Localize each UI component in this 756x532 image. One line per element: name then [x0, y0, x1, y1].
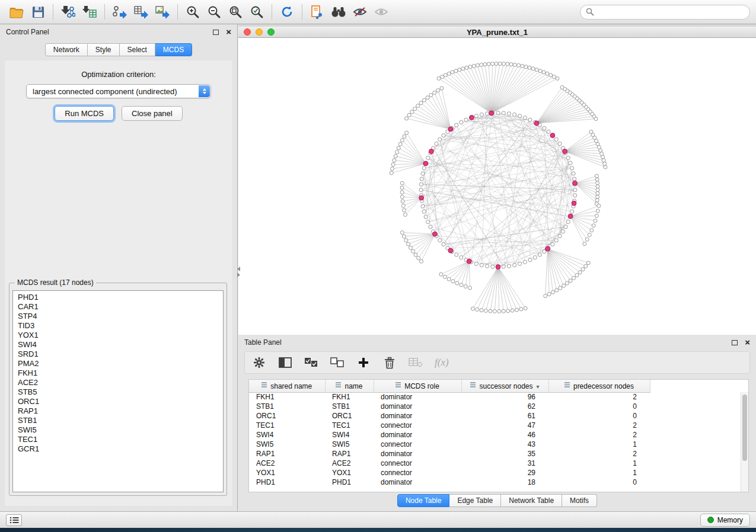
mcds-result-item[interactable]: STB1	[13, 416, 223, 425]
cell-shared-name[interactable]: PHD1	[249, 477, 325, 487]
mcds-result-item[interactable]: FKH1	[13, 368, 223, 378]
cell-shared-name[interactable]: SWI5	[249, 440, 325, 449]
zoom-selected-button[interactable]	[246, 2, 267, 21]
tab-mcds[interactable]: MCDS	[155, 43, 192, 56]
search-box[interactable]	[580, 5, 750, 20]
mcds-result-item[interactable]: ACE2	[13, 378, 223, 387]
status-menu-button[interactable]	[6, 514, 22, 526]
find-button[interactable]	[328, 2, 349, 21]
tab-node-table[interactable]: Node Table	[397, 494, 450, 507]
window-close-button[interactable]	[244, 28, 251, 36]
zoom-in-button[interactable]	[182, 2, 203, 21]
mcds-result-item[interactable]: SRD1	[13, 350, 223, 359]
cell-MCDS-role[interactable]: dominator	[374, 392, 461, 402]
float-table-panel-icon[interactable]	[732, 340, 738, 345]
mcds-result-item[interactable]: CAR1	[13, 302, 223, 312]
mcds-result-item[interactable]: SWI4	[13, 340, 223, 350]
export-network-button[interactable]	[109, 2, 130, 21]
window-minimize-button[interactable]	[256, 28, 263, 36]
export-image-button[interactable]	[152, 2, 173, 21]
open-file-button[interactable]	[6, 2, 27, 21]
table-row[interactable]: TEC1TEC1connector472	[249, 421, 650, 430]
column-header-predecessor-nodes[interactable]: predecessor nodes	[548, 380, 650, 392]
float-panel-icon[interactable]	[213, 30, 219, 35]
table-row[interactable]: SWI4SWI4dominator462	[249, 430, 650, 440]
table-scrollbar[interactable]	[741, 392, 748, 492]
export-table-button[interactable]	[130, 2, 152, 21]
mcds-result-item[interactable]: TEC1	[13, 435, 223, 444]
mcds-result-item[interactable]: GCR1	[13, 444, 223, 454]
cell-MCDS-role[interactable]: connector	[374, 421, 461, 430]
network-graph[interactable]	[238, 38, 756, 335]
mcds-result-item[interactable]: TID3	[13, 321, 223, 331]
cell-MCDS-role[interactable]: dominator	[374, 402, 461, 411]
window-zoom-button[interactable]	[267, 28, 275, 36]
cell-predecessor-nodes[interactable]: 1	[548, 468, 650, 477]
cell-name[interactable]: SWI5	[325, 440, 374, 449]
cell-successor-nodes[interactable]: 96	[461, 392, 548, 402]
table-row[interactable]: FKH1FKH1dominator962	[249, 392, 650, 402]
function-builder-button[interactable]: f(x)	[431, 354, 452, 371]
cell-MCDS-role[interactable]: connector	[374, 440, 461, 449]
mcds-result-item[interactable]: ORC1	[13, 397, 223, 406]
delete-column-button[interactable]	[379, 354, 400, 371]
mcds-result-item[interactable]: STB5	[13, 387, 223, 397]
column-header-shared-name[interactable]: shared name	[249, 380, 325, 392]
cell-predecessor-nodes[interactable]: 0	[548, 402, 650, 411]
cell-MCDS-role[interactable]: connector	[374, 459, 461, 468]
column-header-successor-nodes[interactable]: successor nodes▾	[461, 380, 548, 392]
column-layout-button[interactable]	[275, 354, 296, 371]
zoom-fit-button[interactable]	[225, 2, 246, 21]
mcds-result-list[interactable]: PHD1CAR1STP4TID3YOX1SWI4SRD1PMA2FKH1ACE2…	[12, 290, 224, 492]
cell-name[interactable]: STB1	[325, 402, 374, 411]
cell-name[interactable]: PHD1	[325, 477, 374, 487]
close-panel-button[interactable]: Close panel	[122, 106, 183, 121]
cell-shared-name[interactable]: FKH1	[249, 392, 325, 402]
cell-successor-nodes[interactable]: 47	[461, 421, 548, 430]
cell-shared-name[interactable]: RAP1	[249, 449, 325, 459]
cell-successor-nodes[interactable]: 62	[461, 402, 548, 411]
run-mcds-button[interactable]: Run MCDS	[55, 106, 114, 121]
cell-name[interactable]: YOX1	[325, 468, 374, 477]
mcds-result-item[interactable]: STP4	[13, 312, 223, 321]
table-row[interactable]: SWI5SWI5connector431	[249, 440, 650, 449]
mcds-result-item[interactable]: PMA2	[13, 359, 223, 368]
mcds-result-item[interactable]: YOX1	[13, 331, 223, 340]
cell-MCDS-role[interactable]: dominator	[374, 449, 461, 459]
network-canvas[interactable]	[238, 38, 756, 335]
cell-shared-name[interactable]: SWI4	[249, 430, 325, 440]
column-header-MCDS-role[interactable]: MCDS role	[374, 380, 461, 392]
cell-predecessor-nodes[interactable]: 0	[548, 411, 650, 421]
cell-shared-name[interactable]: YOX1	[249, 468, 325, 477]
cell-predecessor-nodes[interactable]: 1	[548, 459, 650, 468]
table-row[interactable]: ORC1ORC1dominator610	[249, 411, 650, 421]
table-row[interactable]: YOX1YOX1connector291	[249, 468, 650, 477]
cell-shared-name[interactable]: TEC1	[249, 421, 325, 430]
cell-shared-name[interactable]: STB1	[249, 402, 325, 411]
tab-network[interactable]: Network	[45, 43, 88, 56]
import-network-button[interactable]	[58, 2, 79, 21]
mcds-result-item[interactable]: PHD1	[13, 293, 223, 302]
zoom-out-button[interactable]	[203, 2, 225, 21]
table-row[interactable]: RAP1RAP1dominator352	[249, 449, 650, 459]
refresh-button[interactable]	[276, 2, 298, 21]
table-row[interactable]: PHD1PHD1dominator180	[249, 477, 650, 487]
cell-predecessor-nodes[interactable]: 2	[548, 449, 650, 459]
delete-table-button[interactable]	[405, 354, 426, 371]
table-settings-button[interactable]	[248, 354, 270, 371]
cell-name[interactable]: SWI4	[325, 430, 374, 440]
cell-name[interactable]: RAP1	[325, 449, 374, 459]
import-table-button[interactable]	[79, 2, 100, 21]
optimization-criterion-select[interactable]: largest connected component (undirected)	[26, 84, 211, 98]
style-document-button[interactable]	[307, 2, 328, 21]
deselect-all-button[interactable]	[327, 354, 348, 371]
eye-button[interactable]	[371, 2, 392, 21]
cell-successor-nodes[interactable]: 31	[461, 459, 548, 468]
cell-shared-name[interactable]: ORC1	[249, 411, 325, 421]
cell-successor-nodes[interactable]: 43	[461, 440, 548, 449]
cell-successor-nodes[interactable]: 18	[461, 477, 548, 487]
column-header-name[interactable]: name	[325, 380, 374, 392]
cell-name[interactable]: TEC1	[325, 421, 374, 430]
search-input[interactable]	[598, 8, 744, 16]
toggle-graphics-details-button[interactable]	[349, 2, 371, 21]
